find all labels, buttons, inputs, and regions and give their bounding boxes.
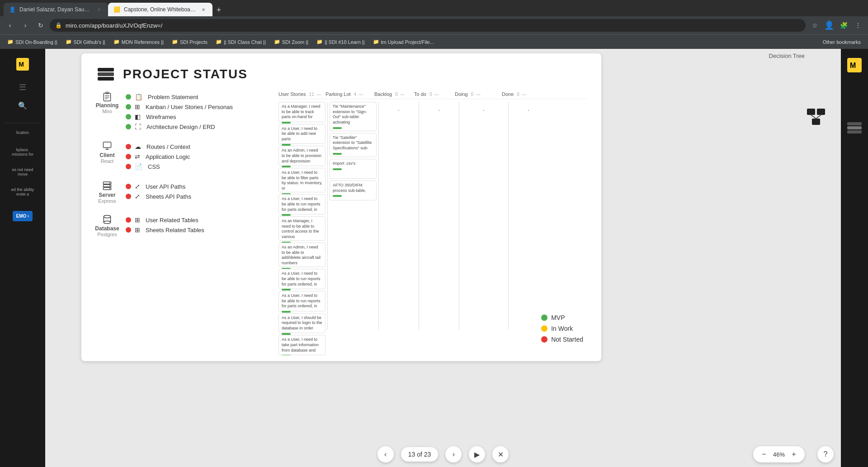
tab-1[interactable]: 👤 Daniel Salazar, Dayan Sauerbron... ✕	[4, 3, 108, 16]
svg-point-21	[109, 182, 110, 183]
bookmark-upload[interactable]: 📁 tm Upload Project/File...	[369, 37, 438, 48]
col-header-pl: Parking Lot 4 —	[326, 91, 374, 97]
tab-bar: 👤 Daniel Salazar, Dayan Sauerbron... ✕ 🟨…	[0, 0, 868, 16]
col-todo-label: To do	[414, 91, 426, 97]
demo-button[interactable]: EMO ›	[13, 211, 33, 221]
item-text: User API Paths	[146, 183, 185, 190]
legend-dot-inwork	[541, 325, 547, 332]
profile-icon[interactable]: 👤	[823, 19, 835, 32]
item-problem-statement: 📋 Problem Statement	[126, 93, 233, 100]
bookmark-sdi-onboarding[interactable]: 📁 SDI On-Boarding ||	[4, 37, 61, 48]
card-text: AFTO 350/DIFM process sub-table,	[333, 183, 366, 193]
bookmark-mdn[interactable]: 📁 MDN References ||	[110, 37, 167, 48]
content-area: M ☰ 🔍 lication kplace.missions for es no…	[0, 49, 868, 467]
canvas-area[interactable]: Project Status Decision Tree	[45, 49, 841, 467]
col-todo: ·	[421, 102, 457, 355]
bookmark-sdi-zoom[interactable]: 📁 SDI Zoom ||	[270, 37, 312, 48]
help-button[interactable]: ?	[817, 446, 834, 462]
dot-red	[126, 154, 131, 159]
item-user-tables: ⊞ User Related Tables	[126, 216, 204, 224]
database-sublabel: Postgres	[97, 232, 117, 237]
card-tag-green	[282, 214, 291, 216]
address-text: miro.com/app/board/uXJVOqfEnzw=/	[66, 22, 162, 29]
kanban-card: As a User, I need to be able to run repo…	[278, 194, 326, 214]
bookmark-class-chat[interactable]: 📁 || SDI Class Chat ||	[212, 37, 269, 48]
bookmark-sdi-learn[interactable]: 📁 || SDI #10 Learn ||	[313, 37, 368, 48]
col-separator-1	[327, 102, 328, 330]
card-tag-green	[333, 127, 342, 129]
card-text: As a User, I need to be able to run repo…	[282, 196, 321, 211]
kanban-card: As an Admin, I need to be able to add/de…	[278, 243, 326, 267]
sidebar-icon-2[interactable]: 🔍	[18, 101, 27, 110]
card-text: As an Admin, I need to be able to add/de…	[282, 245, 321, 265]
tab-2[interactable]: 🟨 Capstone, Online Whiteboard fo... ✕	[108, 3, 212, 16]
dot-red	[126, 144, 131, 149]
svg-rect-31	[847, 126, 862, 129]
bookmark-sdi-projects[interactable]: 📁 SDI Projects	[168, 37, 211, 48]
kanban-card: As a Manager, I need to be able to track…	[278, 102, 326, 122]
svg-rect-4	[812, 119, 820, 125]
sidebar-icon-1[interactable]: ☰	[19, 82, 26, 92]
card-text: Import .csv's	[333, 161, 355, 166]
cloud-icon: ☁	[135, 143, 141, 150]
extensions-icon[interactable]: 🧩	[837, 19, 850, 32]
client-label: Client	[99, 152, 114, 158]
backlog-empty: ·	[381, 102, 417, 115]
svg-line-6	[816, 115, 821, 119]
play-button[interactable]: ▶	[469, 446, 485, 462]
tab1-close[interactable]: ✕	[95, 6, 103, 13]
more-menu[interactable]: ⋮	[852, 19, 864, 32]
miro-logo-right: M	[847, 58, 862, 74]
col-doing-count: 0	[471, 92, 474, 97]
done-empty: ·	[510, 102, 547, 115]
address-bar[interactable]: 🔒 miro.com/app/board/uXJVOqfEnzw=/	[50, 19, 806, 32]
item-text: Application Logic	[146, 153, 190, 160]
card-text: As a User, I should be required to login…	[282, 315, 322, 330]
new-tab-button[interactable]: +	[212, 4, 225, 16]
zoom-controls: − 46% +	[753, 446, 805, 462]
dot-red	[126, 184, 131, 189]
col-user-stories: As a Manager, I need to be able to track…	[278, 102, 326, 355]
bookmark-sdi-github[interactable]: 📁 SDI Github's ||	[62, 37, 109, 48]
legend-inwork: In Work	[541, 325, 583, 332]
left-text-1: lication	[15, 129, 30, 137]
col-pl-count: 4	[354, 92, 357, 97]
zoom-minus-button[interactable]: −	[759, 449, 769, 460]
kanban-card: As a User, I need to be able to run repo…	[278, 291, 326, 311]
item-text: Architecture Design / ERD	[146, 124, 215, 130]
todo-empty: ·	[421, 102, 457, 115]
reload-button[interactable]: ↻	[34, 19, 47, 32]
ps-title: PROJECT STATUS	[123, 67, 248, 81]
kanban-headers: User Stories 11 — Parking Lot 4 — Backlo…	[278, 91, 587, 99]
prev-button[interactable]: ‹	[377, 446, 394, 462]
tab1-favicon: 👤	[9, 6, 16, 13]
database-icon: Database Postgres	[96, 214, 118, 237]
legend-label-mvp: MVP	[551, 314, 565, 321]
svg-rect-3	[817, 109, 825, 115]
bookmark-star[interactable]: ☆	[808, 19, 821, 32]
database-label: Database	[95, 225, 119, 232]
back-button[interactable]: ‹	[4, 19, 16, 32]
tab2-close[interactable]: ✕	[200, 6, 207, 13]
svg-rect-32	[847, 122, 862, 125]
prev-icon: ‹	[384, 450, 387, 458]
col-pl-label: Parking Lot	[326, 91, 351, 97]
dot-green	[126, 104, 131, 110]
col-separator-3	[419, 102, 419, 330]
diagram-icon: ⛶	[135, 123, 141, 130]
svg-rect-7	[98, 77, 114, 81]
play-icon: ▶	[474, 450, 480, 459]
col-doing-sep: —	[476, 92, 480, 97]
forward-button[interactable]: ›	[19, 19, 32, 32]
browser-chrome: 👤 Daniel Salazar, Dayan Sauerbron... ✕ 🟨…	[0, 0, 868, 49]
dot-red	[126, 194, 131, 199]
dot-red	[126, 217, 131, 223]
other-bookmarks[interactable]: Other bookmarks	[819, 37, 864, 48]
close-button[interactable]: ✕	[492, 446, 509, 462]
card-text: As an Manager, I need to be able to cont…	[282, 219, 319, 239]
next-button[interactable]: ›	[445, 446, 462, 462]
card-text: As a User, I need to be able to filter p…	[282, 170, 322, 191]
zoom-plus-button[interactable]: +	[788, 449, 799, 460]
col-header-bl: Backlog 0 —	[374, 91, 414, 97]
section-server: Server Express ⤢ User API Paths ⤢	[96, 181, 268, 204]
